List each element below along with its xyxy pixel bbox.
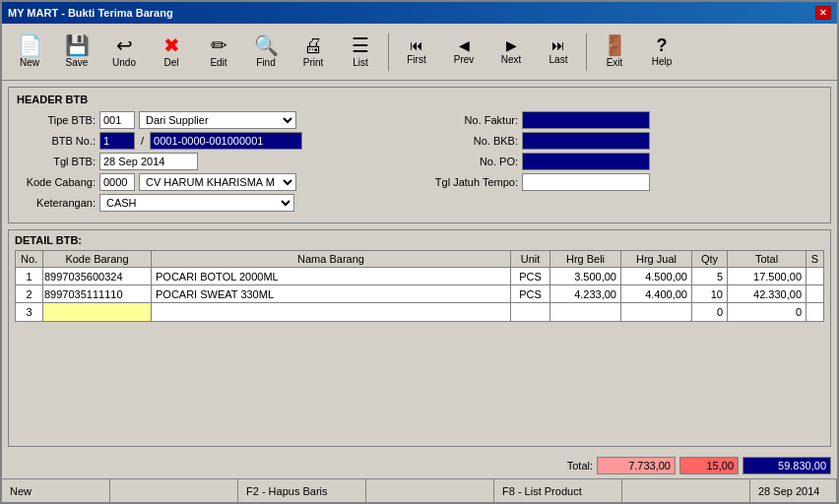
kode-input[interactable] (44, 304, 150, 320)
cell-qty: 10 (692, 285, 728, 303)
no-po-label: No. PO: (429, 156, 518, 167)
exit-button[interactable]: 🚪 Exit (593, 30, 636, 75)
title-bar: MY MART - Bukti Terima Barang ✕ (2, 2, 837, 24)
del-button[interactable]: ✖ Del (150, 30, 193, 75)
tipe-btb-label: Tipe BTB: (17, 114, 96, 126)
total-bar: Total: (2, 453, 837, 478)
status-f8: F8 - List Product (494, 479, 622, 502)
save-icon: 💾 (65, 35, 90, 55)
cell-hrg-beli: 4.233,00 (550, 285, 621, 303)
find-button[interactable]: 🔍 Find (244, 30, 288, 75)
status-bar: New F2 - Hapus Baris F8 - List Product 2… (2, 478, 837, 502)
no-faktur-row: No. Faktur: (429, 111, 822, 129)
table-row: 1 8997035600324 POCARI BOTOL 2000ML PCS … (16, 268, 824, 285)
tgl-btb-input[interactable] (99, 153, 198, 170)
keterangan-select[interactable]: CASH (99, 194, 294, 212)
no-bkb-row: No. BKB: (429, 132, 822, 150)
separator (388, 33, 389, 71)
total-amount-input[interactable] (742, 457, 831, 474)
close-button[interactable]: ✕ (815, 6, 831, 20)
cell-nama (152, 303, 511, 322)
last-button[interactable]: ⏭ Last (537, 30, 580, 75)
cell-s (807, 268, 824, 285)
new-icon: 📄 (18, 35, 42, 55)
kode-cabang-code-input[interactable] (99, 173, 135, 191)
first-label: First (407, 54, 425, 65)
cell-kode: 8997035111110 (43, 285, 152, 303)
list-icon: ☰ (352, 35, 369, 55)
undo-button[interactable]: ↩ Undo (102, 30, 146, 75)
table-row: 2 8997035111110 POCARI SWEAT 330ML PCS 4… (16, 285, 824, 303)
find-label: Find (256, 57, 275, 68)
window-title: MY MART - Bukti Terima Barang (8, 7, 173, 19)
cell-unit (511, 303, 550, 322)
edit-label: Edit (210, 57, 226, 68)
header-right-col: No. Faktur: No. BKB: No. PO: (429, 111, 822, 215)
tipe-btb-row: Tipe BTB: Dari Supplier (17, 111, 410, 129)
no-faktur-input[interactable] (522, 111, 650, 129)
content-area: HEADER BTB Tipe BTB: Dari Supplier BTB N… (2, 81, 837, 453)
print-button[interactable]: 🖨 Print (291, 30, 335, 75)
last-label: Last (549, 54, 568, 65)
print-label: Print (303, 57, 324, 68)
total-label: Total: (567, 460, 593, 472)
prev-label: Prev (454, 54, 475, 65)
last-icon: ⏭ (551, 38, 565, 52)
tgl-btb-label: Tgl BTB: (17, 156, 96, 167)
cell-s (807, 285, 824, 303)
first-icon: ⏮ (410, 38, 423, 52)
next-button[interactable]: ▶ Next (489, 30, 533, 75)
cell-no: 3 (16, 303, 43, 322)
next-label: Next (501, 54, 522, 65)
edit-icon: ✏ (211, 35, 227, 55)
cell-kode[interactable] (43, 303, 152, 322)
tipe-btb-select[interactable]: Dari Supplier (139, 111, 296, 129)
help-button[interactable]: ? Help (640, 30, 683, 75)
save-button[interactable]: 💾 Save (55, 30, 98, 75)
keterangan-label: Keterangan: (17, 197, 96, 209)
btb-no-detail-input[interactable] (150, 132, 302, 150)
cell-total: 17.500,00 (728, 268, 807, 285)
cell-hrg-jual: 4.400,00 (621, 285, 692, 303)
help-icon: ? (657, 36, 668, 54)
help-label: Help (652, 56, 673, 67)
cell-qty: 5 (692, 268, 728, 285)
no-bkb-input[interactable] (522, 132, 650, 150)
header-btb-section: HEADER BTB Tipe BTB: Dari Supplier BTB N… (8, 87, 831, 223)
edit-button[interactable]: ✏ Edit (197, 30, 240, 75)
prev-button[interactable]: ◀ Prev (442, 30, 485, 75)
cell-total: 0 (728, 303, 807, 322)
col-hrg-jual: Hrg Jual (621, 251, 692, 268)
no-faktur-label: No. Faktur: (429, 114, 518, 126)
no-po-input[interactable] (522, 153, 650, 170)
kode-cabang-select[interactable]: CV HARUM KHARISMA M (139, 173, 296, 191)
find-icon: 🔍 (254, 35, 279, 55)
list-button[interactable]: ☰ List (339, 30, 382, 75)
btb-no-input[interactable] (99, 132, 135, 150)
new-button[interactable]: 📄 New (8, 30, 51, 75)
col-kode: Kode Barang (43, 251, 152, 268)
cell-kode: 8997035600324 (43, 268, 152, 285)
prev-icon: ◀ (459, 38, 470, 52)
kode-cabang-row: Kode Cabang: CV HARUM KHARISMA M (17, 173, 410, 191)
tipe-btb-code-input[interactable] (99, 111, 135, 129)
detail-table-container: No. Kode Barang Nama Barang Unit Hrg Bel… (15, 250, 824, 442)
new-label: New (20, 57, 39, 68)
total-qty-input[interactable] (679, 457, 739, 474)
cell-unit: PCS (511, 285, 550, 303)
kode-cabang-label: Kode Cabang: (17, 176, 96, 188)
total-avg-input[interactable] (597, 457, 676, 474)
cell-no: 1 (16, 268, 43, 285)
cell-nama: POCARI SWEAT 330ML (152, 285, 511, 303)
status-empty1 (110, 479, 238, 502)
no-bkb-label: No. BKB: (429, 135, 518, 147)
status-mode: New (2, 479, 110, 502)
status-date: 28 Sep 2014 (750, 479, 837, 502)
detail-table: No. Kode Barang Nama Barang Unit Hrg Bel… (15, 250, 824, 322)
del-label: Del (163, 57, 178, 68)
col-qty: Qty (692, 251, 728, 268)
first-button[interactable]: ⏮ First (395, 30, 438, 75)
tgl-jatuh-tempo-input[interactable] (522, 173, 650, 191)
col-s: S (807, 251, 824, 268)
table-row: 3 0 0 (16, 303, 824, 322)
